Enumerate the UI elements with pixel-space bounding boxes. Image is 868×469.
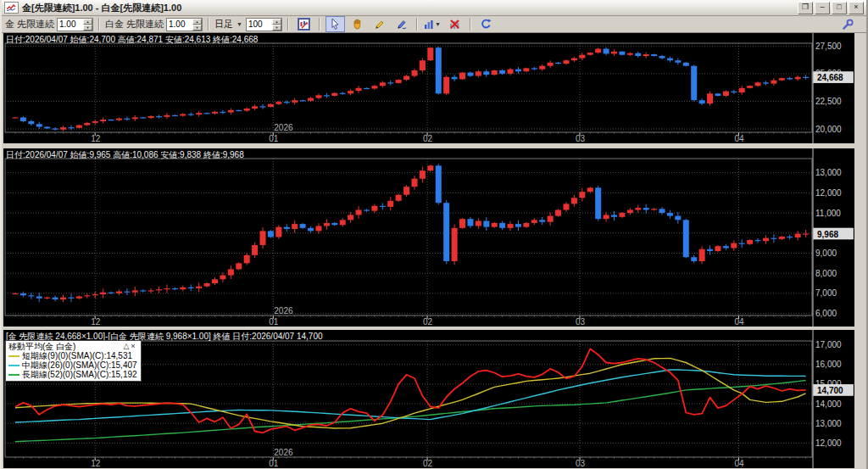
legend-item-label: 中期線(26)(0)(SMA)(C):15,407	[22, 360, 137, 370]
hand-icon	[352, 19, 363, 30]
platinum-scale-up-icon[interactable]: ▲	[192, 19, 202, 25]
pen-icon	[396, 19, 407, 30]
select-tool-button[interactable]	[326, 16, 345, 32]
legend-item-mid-sma: 中期線(26)(0)(SMA)(C):15,407	[8, 360, 137, 370]
current-price-tag: 24,668	[814, 72, 854, 83]
svg-text:12,000: 12,000	[815, 438, 842, 448]
svg-text:01: 01	[269, 134, 279, 143]
svg-text:17,000: 17,000	[815, 340, 842, 349]
gold-scale-spinner[interactable]: 1.00 ▲ ▼	[57, 18, 93, 31]
gold-ohlc-readout: 日付:2026/04/07 始値:24,700 高値:24,871 安値:24,…	[6, 34, 258, 46]
remove-chart-button[interactable]	[445, 16, 465, 32]
svg-text:03: 03	[576, 459, 586, 468]
svg-text:02: 02	[423, 317, 433, 327]
gold-contract-label: 先限連続	[17, 18, 54, 31]
legend-close-icon[interactable]: ×	[131, 342, 136, 350]
bar-count-value[interactable]: 100	[247, 19, 272, 31]
long-sma-swatch	[8, 374, 19, 376]
timeframe-select[interactable]: 日足	[214, 18, 233, 31]
svg-text:27,500: 27,500	[815, 42, 842, 51]
toolbar: 金 先限連続 1.00 ▲ ▼ 白金 先限連続 1.00 ▲ ▼ 日足 ▼ 10…	[2, 16, 866, 33]
title-bar[interactable]: 金[先限連続]1.00 - 白金[先限連続]1.00 ❐ – □ ×	[2, 0, 866, 16]
svg-text:6,000: 6,000	[815, 309, 837, 318]
chart-type-button[interactable]: ▼	[423, 16, 442, 32]
gold-scale-value[interactable]: 1.00	[58, 19, 83, 31]
platinum-scale-value[interactable]: 1.00	[167, 19, 192, 31]
maximize-button[interactable]: □	[832, 2, 847, 14]
svg-text:01: 01	[269, 317, 279, 327]
platinum-symbol-label: 白金	[105, 18, 124, 31]
svg-text:04: 04	[734, 317, 744, 327]
refresh-button[interactable]	[476, 16, 496, 32]
svg-text:02: 02	[423, 134, 433, 143]
gold-scale-down-icon[interactable]: ▼	[83, 25, 92, 31]
svg-text:14,000: 14,000	[815, 399, 842, 409]
pen-tool-button[interactable]	[392, 16, 411, 32]
legend-item-label: 長期線(52)(0)(SMA)(C):15,192	[22, 370, 137, 379]
bar-chart-icon	[424, 20, 434, 30]
legend-title: 移動平均(金 白金)	[8, 342, 75, 351]
short-sma-swatch	[8, 355, 19, 357]
svg-text:9,968: 9,968	[817, 230, 838, 239]
gold-scale-up-icon[interactable]: ▲	[83, 19, 92, 25]
legend-item-label: 短期線(9)(0)(SMA)(C):14,531	[22, 351, 132, 360]
svg-text:12: 12	[91, 317, 101, 327]
refresh-icon	[481, 19, 492, 30]
app-chart-icon	[4, 2, 19, 14]
toolbar-separator	[208, 18, 209, 31]
bar-count-down-icon[interactable]: ▼	[272, 25, 281, 31]
svg-text:12: 12	[91, 134, 101, 143]
platinum-ohlc-readout: 日付:2026/04/07 始値:9,965 高値:10,086 安値:9,83…	[6, 149, 244, 161]
svg-text:03: 03	[576, 317, 586, 327]
toolbar-separator	[416, 18, 418, 31]
pencil-tool-button[interactable]	[370, 16, 389, 32]
wrench-icon	[843, 19, 854, 30]
svg-text:2026: 2026	[274, 123, 293, 132]
svg-text:12: 12	[91, 459, 101, 468]
mid-sma-swatch	[8, 365, 19, 366]
gold-symbol-label: 金	[5, 18, 14, 31]
svg-text:03: 03	[576, 134, 586, 143]
svg-text:9,000: 9,000	[815, 248, 837, 258]
legend-collapse-icon[interactable]: △	[123, 342, 131, 350]
bar-count-up-icon[interactable]: ▲	[272, 19, 281, 25]
timeframe-caret-icon[interactable]: ▼	[236, 21, 242, 27]
chart-type-caret-icon[interactable]: ▼	[435, 21, 441, 27]
gold-chart-panel[interactable]: 日付:2026/04/07 始値:24,700 高値:24,871 安値:24,…	[3, 33, 854, 143]
toolbar-separator	[319, 18, 320, 31]
restore-group-button[interactable]: ❐	[798, 2, 813, 14]
chart-canvas[interactable]: 13,00012,00011,00010,0009,0008,0007,0006…	[3, 148, 854, 327]
svg-text:20,000: 20,000	[815, 125, 842, 134]
svg-text:7,000: 7,000	[815, 288, 837, 298]
svg-text:13,000: 13,000	[815, 168, 842, 177]
svg-text:13,000: 13,000	[815, 419, 842, 428]
settings-wrench-button[interactable]	[838, 16, 858, 32]
svg-text:16,000: 16,000	[815, 360, 842, 369]
candle-cursor-icon	[298, 19, 309, 30]
svg-text:12,000: 12,000	[815, 188, 842, 198]
platinum-scale-spinner[interactable]: 1.00 ▲ ▼	[166, 18, 203, 31]
candle-cursor-tool-button[interactable]	[294, 16, 314, 32]
bar-count-spinner[interactable]: 100 ▲ ▼	[246, 18, 282, 31]
hand-tool-button[interactable]	[348, 16, 367, 32]
svg-text:24,668: 24,668	[817, 73, 843, 82]
platinum-contract-label: 先限連続	[126, 18, 164, 31]
platinum-scale-down-icon[interactable]: ▼	[192, 25, 202, 31]
svg-text:2026: 2026	[274, 448, 293, 457]
legend-item-long-sma: 長期線(52)(0)(SMA)(C):15,192	[8, 370, 137, 379]
charts-area: 日付:2026/04/07 始値:24,700 高値:24,871 安値:24,…	[2, 33, 866, 468]
minimize-button[interactable]: –	[815, 2, 830, 14]
svg-text:8,000: 8,000	[815, 269, 837, 278]
platinum-chart-panel[interactable]: 日付:2026/04/07 始値:9,965 高値:10,086 安値:9,83…	[3, 148, 854, 327]
svg-text:01: 01	[269, 459, 279, 468]
window-title: 金[先限連続]1.00 - 白金[先限連続]1.00	[22, 2, 181, 14]
pencil-icon	[374, 19, 385, 30]
close-button[interactable]: ×	[849, 2, 864, 14]
svg-text:14,700: 14,700	[817, 386, 843, 395]
chart-canvas[interactable]: 27,50025,00022,50020,0001201202602030424…	[3, 33, 854, 143]
legend-item-short-sma: 短期線(9)(0)(SMA)(C):14,531	[8, 351, 137, 360]
moving-average-legend[interactable]: 移動平均(金 白金) △× 短期線(9)(0)(SMA)(C):14,531 中…	[5, 340, 142, 382]
svg-text:04: 04	[734, 134, 744, 143]
svg-text:02: 02	[423, 459, 433, 468]
spread-chart-panel[interactable]: [金 先限連続 24,668×1.00]-[白金 先限連続 9,968×1.00…	[3, 330, 854, 468]
